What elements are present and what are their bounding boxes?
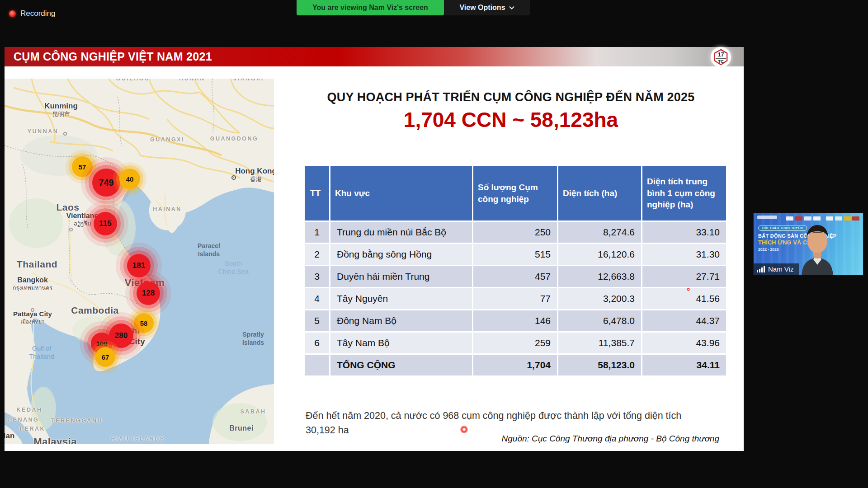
- map-label-hainan: HAINAN: [153, 206, 182, 213]
- map-label-guangxi: GUANGXI: [150, 136, 184, 144]
- meeting-top-bar: Recording You are viewing Nam Viz's scre…: [0, 0, 868, 47]
- table-cell: 146: [473, 310, 557, 331]
- table-cell: 34.11: [642, 355, 726, 375]
- map-cluster-marker-280: 280: [109, 324, 133, 348]
- map-cluster-marker-181: 181: [127, 254, 151, 277]
- plan-subheading: 1,704 CCN ~ 58,123ha: [296, 108, 726, 132]
- regions-table-header: TTKhu vựcSố lượng Cụm công nghiệpDiện tí…: [305, 166, 726, 221]
- map-label-kedah: KEDAH: [17, 407, 42, 414]
- slide-title: CỤM CÔNG NGHIỆP VIỆT NAM 2021: [14, 50, 212, 63]
- laser-pointer-dot: [460, 426, 468, 433]
- map-label-terengganu: TERENGGANU: [51, 418, 103, 425]
- vietnam-cluster-map: GUIZHOUHUNANJIANGXIKunming昆明市YUNNANGUANG…: [5, 79, 274, 444]
- source-citation: Nguồn: Cục Công Thương địa phương - Bộ C…: [303, 434, 719, 444]
- slide-header-bar: CỤM CÔNG NGHIỆP VIỆT NAM 2021 17 TC: [5, 47, 744, 66]
- map-label-sabah: SABAH: [241, 408, 266, 416]
- map-label-south-china-sea: SouthChina Sea: [218, 259, 249, 276]
- table-cell: 16,120.6: [558, 244, 641, 265]
- plan-heading: QUY HOẠCH PHÁT TRIỂN CỤM CÔNG NGHIỆP ĐẾN…: [296, 90, 726, 104]
- table-cell: 41.56: [642, 288, 726, 309]
- table-cell: 3,200.3: [558, 288, 641, 309]
- view-options-button[interactable]: View Options: [444, 0, 530, 15]
- company-logo: 17 TC: [711, 47, 731, 67]
- table-cell: 6: [305, 333, 329, 353]
- map-label-pattaya-city: Pattaya Cityเมืองพัทยา: [13, 310, 52, 325]
- table-column-header: TT: [305, 166, 329, 221]
- table-column-header: Diện tích (ha): [558, 166, 641, 221]
- table-row: 4Tây Nguyên773,200.341.56: [305, 288, 726, 309]
- table-cell: Đông Nam Bộ: [330, 310, 472, 331]
- table-cell: 2: [305, 244, 329, 265]
- map-city-dot: [69, 228, 73, 231]
- table-cell: 33.10: [642, 222, 726, 243]
- table-cell: Duyên hải miền Trung: [330, 266, 472, 287]
- footnote-line1: Đến hết năm 2020, cả nước có 968 cụm côn…: [306, 408, 712, 423]
- recording-indicator: Recording: [9, 9, 56, 18]
- map-label-kunming: Kunming昆明市: [44, 101, 78, 118]
- table-cell: 250: [473, 222, 557, 243]
- table-cell: 6,478.0: [558, 310, 641, 331]
- table-cell: 11,385.7: [558, 333, 641, 353]
- map-label-guangdong: GUANGDONG: [210, 136, 259, 143]
- table-cell: Tây Nguyên: [330, 288, 472, 309]
- table-total-row: TỔNG CỘNG1,70458,123.034.11: [305, 355, 726, 375]
- table-cell: Tây Nam Bộ: [330, 333, 472, 353]
- table-row: 3Duyên hải miền Trung45712,663.827.71: [305, 266, 726, 287]
- map-cluster-marker-115: 115: [94, 212, 117, 235]
- chevron-down-icon: [509, 6, 514, 9]
- viewing-screen-banner: You are viewing Nam Viz's screen: [297, 0, 444, 15]
- viewing-screen-banner-text: You are viewing Nam Viz's screen: [312, 4, 428, 12]
- table-cell: 58,123.0: [558, 355, 641, 375]
- map-city-dot: [63, 132, 67, 136]
- table-cell: 44.37: [642, 310, 726, 331]
- footnote: Đến hết năm 2020, cả nước có 968 cụm côn…: [306, 408, 712, 438]
- map-label-yunnan: YUNNAN: [28, 128, 58, 136]
- view-options-label: View Options: [459, 4, 505, 12]
- table-row: 5Đông Nam Bộ1466,478.044.37: [305, 310, 726, 331]
- map-label-perak: PERAK: [20, 426, 45, 433]
- table-column-header: Số lượng Cụm công nghiệp: [473, 166, 557, 221]
- table-cell: 27.71: [642, 266, 726, 287]
- sponsor-logo-strip: [754, 215, 863, 221]
- webinar-title-line3: 2022 - 2025: [758, 247, 778, 252]
- regions-table-body: 1Trung du miền núi Bắc Bộ2508,274.633.10…: [305, 222, 726, 375]
- map-cluster-marker-749: 749: [92, 169, 120, 197]
- map-label-cambodia: Cambodia: [71, 305, 119, 316]
- table-cell: 12,663.8: [558, 266, 641, 287]
- map-label-hong-kong: Hong Kong香港: [235, 166, 274, 183]
- recording-icon: [9, 10, 16, 17]
- map-label-gulf-of-thailand: Gulf ofThailand: [29, 344, 54, 361]
- map-label-penang: PENANG: [8, 417, 39, 424]
- map-label-hunan: HUNAN: [179, 79, 205, 83]
- map-overlays: GUIZHOUHUNANJIANGXIKunming昆明市YUNNANGUANG…: [5, 79, 274, 444]
- participant-nameplate: Nam Viz: [754, 263, 799, 275]
- table-row: 1Trung du miền núi Bắc Bộ2508,274.633.10: [305, 222, 726, 243]
- participant-name: Nam Viz: [768, 265, 793, 273]
- shared-screen-slide: CỤM CÔNG NGHIỆP VIỆT NAM 2021 17 TC: [5, 47, 744, 451]
- table-cell: Đồng bằng sông Hồng: [330, 244, 472, 265]
- map-label-bangkok: Bangkokกรุงเทพมหานคร: [13, 276, 52, 292]
- map-label-thailand: Thailand: [17, 258, 57, 270]
- table-row: 6Tây Nam Bộ25911,385.743.96: [305, 333, 726, 353]
- table-cell: 43.96: [642, 333, 726, 353]
- table-cell: Trung du miền núi Bắc Bộ: [330, 222, 472, 243]
- table-cell: 77: [473, 288, 557, 309]
- table-cell: [305, 355, 329, 375]
- laser-pointer-dot-small: [687, 288, 690, 291]
- map-cluster-marker-67: 67: [95, 347, 115, 367]
- map-cluster-marker-128: 128: [137, 282, 160, 305]
- logo-text-bottom: TC: [718, 59, 724, 64]
- table-cell: 259: [473, 333, 557, 353]
- map-label-lan: lan: [5, 431, 14, 441]
- recording-label: Recording: [20, 9, 56, 18]
- participant-video-tile[interactable]: HỘI THẢO TRỰC TUYẾN BẤT ĐỘNG SẢN CÔNG NG…: [753, 213, 863, 275]
- table-cell: 515: [473, 244, 557, 265]
- table-cell: 457: [473, 266, 557, 287]
- map-label-riau-islands: RIAU ISLANDS: [111, 436, 165, 443]
- map-label-brunei: Brunei: [229, 424, 254, 433]
- table-cell: 1: [305, 222, 329, 243]
- map-label-malaysia: Malaysia: [33, 436, 77, 444]
- logo-text-top: 17: [717, 51, 724, 58]
- table-cell: 8,274.6: [558, 222, 641, 243]
- map-label-jiangxi: JIANGXI: [233, 79, 264, 83]
